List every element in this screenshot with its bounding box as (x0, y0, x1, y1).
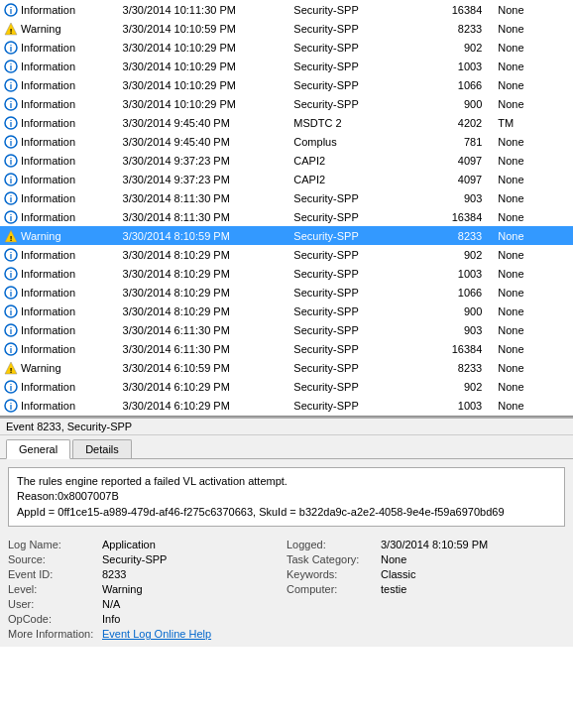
info-icon: i (4, 191, 18, 205)
event-message: The rules engine reported a failed VL ac… (8, 467, 565, 527)
table-row[interactable]: iInformation3/30/2014 10:10:29 PMSecurit… (0, 38, 573, 57)
event-source: Complus (289, 132, 421, 151)
event-id: 1003 (421, 57, 494, 75)
info-icon: i (4, 3, 18, 17)
table-row[interactable]: iInformation3/30/2014 6:11:30 PMSecurity… (0, 339, 573, 358)
svg-text:i: i (10, 383, 13, 393)
info-icon: i (4, 210, 18, 224)
event-type-label: Information (21, 305, 75, 317)
table-row[interactable]: iInformation3/30/2014 10:10:29 PMSecurit… (0, 57, 573, 75)
event-type-label: Information (21, 98, 75, 110)
tab-general[interactable]: General (6, 439, 70, 459)
field-eventid-label: Event ID: (8, 568, 102, 580)
event-source: Security-SPP (289, 226, 421, 245)
svg-text:i: i (10, 307, 13, 317)
event-id: 902 (421, 245, 494, 264)
warning-icon: ! (4, 361, 18, 375)
table-row[interactable]: iInformation3/30/2014 8:10:29 PMSecurity… (0, 302, 573, 320)
field-taskcategory-value: None (381, 553, 406, 565)
info-icon: i (4, 304, 18, 318)
event-task: None (494, 57, 573, 75)
event-type-label: Information (21, 136, 75, 148)
info-icon: i (4, 173, 18, 186)
event-type-label: Information (21, 174, 75, 185)
field-computer: Computer: testie (286, 583, 565, 595)
table-row[interactable]: iInformation3/30/2014 8:10:29 PMSecurity… (0, 264, 573, 283)
event-task: None (494, 302, 573, 320)
event-type-label: Warning (21, 362, 61, 374)
svg-text:i: i (10, 326, 13, 336)
table-row[interactable]: iInformation3/30/2014 9:45:40 PMMSDTC 24… (0, 113, 573, 132)
event-type-label: Information (21, 117, 75, 129)
event-date: 3/30/2014 8:11:30 PM (119, 188, 290, 207)
table-row[interactable]: iInformation3/30/2014 10:11:30 PMSecurit… (0, 0, 573, 19)
event-task: None (494, 151, 573, 170)
field-keywords: Keywords: Classic (286, 568, 565, 580)
field-moreinfo-link[interactable]: Event Log Online Help (102, 628, 211, 640)
field-user-value: N/A (102, 598, 120, 610)
event-source: Security-SPP (289, 283, 421, 302)
field-computer-value: testie (381, 583, 406, 595)
svg-text:i: i (10, 289, 13, 299)
event-date: 3/30/2014 6:11:30 PM (119, 339, 290, 358)
event-task: None (494, 132, 573, 151)
field-source-label: Source: (8, 553, 102, 565)
svg-text:i: i (10, 157, 13, 167)
event-id: 1066 (421, 75, 494, 94)
svg-text:i: i (10, 345, 13, 355)
event-date: 3/30/2014 8:10:29 PM (119, 264, 290, 283)
field-logname: Log Name: Application (8, 539, 286, 550)
event-source: Security-SPP (289, 320, 421, 339)
table-row[interactable]: iInformation3/30/2014 6:10:29 PMSecurity… (0, 396, 573, 415)
info-icon: i (4, 135, 18, 149)
svg-text:i: i (10, 213, 13, 223)
field-eventid-value: 8233 (102, 568, 126, 580)
field-logged-label: Logged: (286, 539, 381, 550)
field-level-label: Level: (8, 583, 102, 595)
event-id: 1066 (421, 283, 494, 302)
event-id: 4202 (421, 113, 494, 132)
table-row[interactable]: iInformation3/30/2014 9:37:23 PMCAPI2409… (0, 151, 573, 170)
event-id: 902 (421, 377, 494, 396)
table-row[interactable]: iInformation3/30/2014 6:11:30 PMSecurity… (0, 320, 573, 339)
table-row[interactable]: !Warning3/30/2014 10:10:59 PMSecurity-SP… (0, 19, 573, 38)
svg-text:i: i (10, 81, 13, 91)
table-row[interactable]: !Warning3/30/2014 8:10:59 PMSecurity-SPP… (0, 226, 573, 245)
event-source: Security-SPP (289, 302, 421, 320)
field-taskcategory-label: Task Category: (286, 553, 381, 565)
info-icon: i (4, 60, 18, 73)
event-type-label: Information (21, 268, 75, 280)
event-list-container: iInformation3/30/2014 10:11:30 PMSecurit… (0, 0, 573, 417)
event-source: Security-SPP (289, 19, 421, 38)
event-source: CAPI2 (289, 170, 421, 188)
event-type-label: Information (21, 4, 75, 16)
field-opcode: OpCode: Info (8, 613, 286, 625)
event-id: 16384 (421, 0, 494, 19)
event-id: 900 (421, 94, 494, 113)
table-row[interactable]: iInformation3/30/2014 6:10:29 PMSecurity… (0, 377, 573, 396)
event-source: MSDTC 2 (289, 113, 421, 132)
info-icon: i (4, 323, 18, 337)
svg-text:!: ! (10, 366, 13, 375)
table-row[interactable]: iInformation3/30/2014 8:10:29 PMSecurity… (0, 283, 573, 302)
table-row[interactable]: iInformation3/30/2014 10:10:29 PMSecurit… (0, 94, 573, 113)
svg-text:i: i (10, 402, 13, 412)
table-row[interactable]: iInformation3/30/2014 8:10:29 PMSecurity… (0, 245, 573, 264)
event-date: 3/30/2014 6:10:29 PM (119, 377, 290, 396)
tab-details[interactable]: Details (72, 439, 132, 458)
table-row[interactable]: !Warning3/30/2014 6:10:59 PMSecurity-SPP… (0, 358, 573, 377)
event-type-label: Warning (21, 23, 61, 35)
table-row[interactable]: iInformation3/30/2014 8:11:30 PMSecurity… (0, 188, 573, 207)
field-user-label: User: (8, 598, 102, 610)
svg-text:i: i (10, 138, 13, 148)
table-row[interactable]: iInformation3/30/2014 10:10:29 PMSecurit… (0, 75, 573, 94)
table-row[interactable]: iInformation3/30/2014 9:45:40 PMComplus7… (0, 132, 573, 151)
field-level: Level: Warning (8, 583, 286, 595)
table-row[interactable]: iInformation3/30/2014 8:11:30 PMSecurity… (0, 207, 573, 226)
event-date: 3/30/2014 9:37:23 PM (119, 151, 290, 170)
svg-text:i: i (10, 251, 13, 261)
event-type-label: Information (21, 155, 75, 167)
table-row[interactable]: iInformation3/30/2014 9:37:23 PMCAPI2409… (0, 170, 573, 188)
event-type-label: Information (21, 287, 75, 299)
event-date: 3/30/2014 8:10:29 PM (119, 302, 290, 320)
